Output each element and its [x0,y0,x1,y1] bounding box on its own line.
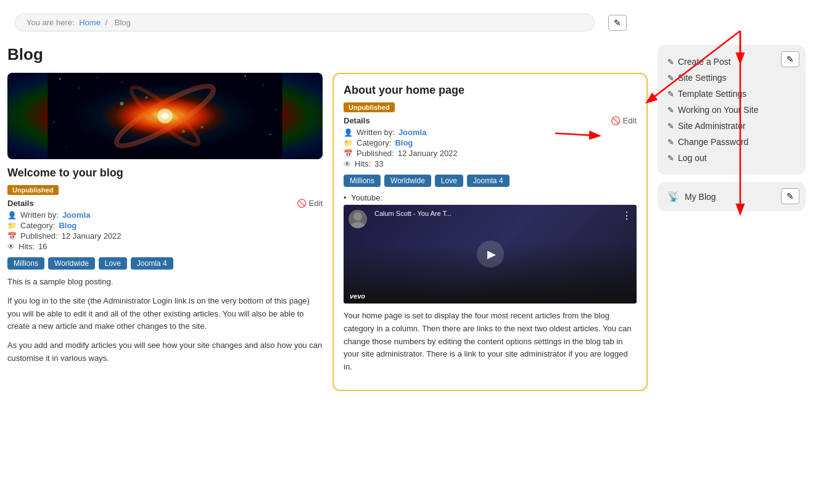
sidebar-item-create-post[interactable]: ✎ Create a Post [667,54,796,70]
sidebar-item-change-password[interactable]: ✎ Change Password [667,134,796,150]
article1-details-label: Details [7,199,34,208]
sidebar-blog-edit-button[interactable]: ✎ [781,188,799,204]
tag-love-2[interactable]: Love [435,175,463,187]
blog-box-label[interactable]: My Blog [685,192,716,202]
article1-hits-value: 16 [38,242,47,251]
working-on-site-icon: ✎ [667,105,674,115]
article2-video-label: • Youtube: [344,193,637,202]
tag-joomla4-2[interactable]: Joomla 4 [467,175,510,187]
article1-hits: 👁 Hits: 16 [7,242,323,251]
content-area: Blog [7,45,648,391]
svg-point-18 [182,130,185,133]
logout-label: Log out [678,153,707,163]
eye-icon-1: 👁 [7,242,15,251]
change-password-icon: ✎ [667,138,674,147]
svg-point-6 [245,75,246,76]
article2-category-value[interactable]: Blog [395,138,413,147]
article2-details-label: Details [344,116,370,125]
site-administrator-label: Site Administrator [678,121,746,131]
article1-author: 👤 Written by: Joomla [7,210,323,220]
article1-status-badge: Unpublished [7,185,59,195]
article2-video-section: • Youtube: Calum Scott - You Are T... [344,193,637,304]
article1-edit-link[interactable]: 🚫 Edit [297,199,323,208]
svg-point-1 [60,78,61,80]
article2-category-label: Category: [357,138,391,147]
svg-point-10 [270,134,271,135]
page-title: Blog [7,45,648,64]
breadcrumb: You are here: Home / Blog [15,14,595,31]
template-settings-label: Template Settings [678,89,746,99]
svg-point-17 [146,96,148,99]
logout-icon: ✎ [667,154,674,163]
svg-point-22 [162,113,168,119]
article1-author-value[interactable]: Joomla [62,210,91,220]
article2-video[interactable]: Calum Scott - You Are T... ⋮ vevo [344,205,637,304]
breadcrumb-current: Blog [115,18,131,27]
tag-millions-1[interactable]: Millions [7,257,44,270]
breadcrumb-text: You are here: Home / Blog [24,18,133,27]
user-icon-1: 👤 [7,211,17,220]
article-card-2: About your home page Unpublished Details… [332,73,648,391]
sidebar-item-working-on-site[interactable]: ✎ Working on Your Site [667,102,796,118]
tag-worldwide-1[interactable]: Worldwide [48,257,95,270]
create-post-label: Create a Post [678,57,731,67]
article-image-1 [7,73,323,159]
article2-published-value: 12 January 2022 [398,149,458,158]
tag-love-1[interactable]: Love [99,257,127,270]
article1-body: This is a sample blog posting. If you lo… [7,276,323,365]
tag-worldwide-2[interactable]: Worldwide [384,175,431,187]
svg-point-8 [54,122,55,123]
article1-published-value: 12 January 2022 [62,231,122,241]
article1-hits-label: Hits: [19,242,35,251]
article1-category-label: Category: [20,221,55,230]
article2-edit-link[interactable]: 🚫 Edit [611,116,637,125]
site-administrator-icon: ✎ [667,122,674,131]
breadcrumb-home[interactable]: Home [79,18,101,27]
svg-point-4 [122,81,123,83]
article2-tags: Millions Worldwide Love Joomla 4 [344,175,637,187]
sidebar-item-site-settings[interactable]: ✎ Site Settings [667,70,796,86]
article1-body-p1: This is a sample blog posting. [7,276,323,289]
svg-point-15 [120,102,124,105]
article2-published: 📅 Published: 12 January 2022 [344,149,637,158]
video-menu-icon[interactable]: ⋮ [622,210,632,221]
site-settings-label: Site Settings [678,73,727,83]
article2-published-label: Published: [357,149,394,158]
video-vevo-label: vevo [350,292,365,300]
article2-author: 👤 Written by: Joomla [344,128,637,137]
right-sidebar: ✎ ✎ Create a Post ✎ Site Settings ✎ Temp… [658,45,806,391]
tag-millions-2[interactable]: Millions [344,175,381,187]
article1-edit-text: Edit [309,199,323,208]
calendar-icon-1: 📅 [7,232,17,241]
svg-point-2 [78,88,80,89]
sidebar-menu-edit-button[interactable]: ✎ [781,51,799,67]
svg-point-11 [276,109,277,110]
sidebar-blog-box: ✎ 📡 My Blog [658,182,806,211]
article2-status-badge: Unpublished [344,102,395,112]
eye-icon-2: 👁 [344,160,351,168]
sidebar-item-template-settings[interactable]: ✎ Template Settings [667,86,796,102]
article2-hits: 👁 Hits: 33 [344,159,637,168]
tag-joomla4-1[interactable]: Joomla 4 [131,257,173,270]
article2-author-value[interactable]: Joomla [398,128,427,137]
breadcrumb-prefix: You are here: [27,18,75,27]
svg-point-3 [97,77,97,78]
sidebar-menu-box: ✎ ✎ Create a Post ✎ Site Settings ✎ Temp… [658,45,806,175]
article1-details-header: Details 🚫 Edit [7,199,323,208]
article1-category: 📁 Category: Blog [7,221,323,230]
posts-grid: Welcome to your blog Unpublished Details… [7,73,648,391]
article2-author-label: Written by: [357,128,395,137]
article2-hidden-icon: 🚫 [611,116,621,125]
sidebar-item-logout[interactable]: ✎ Log out [667,150,796,166]
breadcrumb-separator: / [105,18,108,27]
svg-point-19 [133,112,136,114]
video-play-button[interactable] [477,241,504,268]
sidebar-item-site-administrator[interactable]: ✎ Site Administrator [667,118,796,134]
template-settings-icon: ✎ [667,89,674,99]
article1-category-value[interactable]: Blog [59,221,76,230]
article1-published-label: Published: [20,231,58,241]
breadcrumb-edit-button[interactable]: ✎ [608,15,627,31]
article2-title: About your home page [344,84,637,97]
article1-hidden-icon: 🚫 [297,199,307,208]
svg-point-9 [66,146,67,147]
